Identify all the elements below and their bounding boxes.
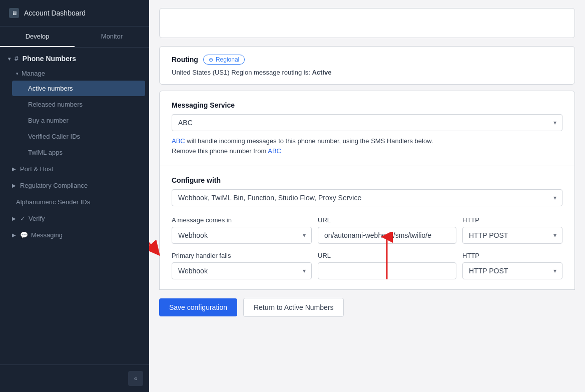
phone-numbers-chevron-down: ▾ — [8, 56, 11, 62]
message-comes-in-col-type: A message comes in Webhook TwiML Functio… — [172, 216, 312, 244]
port-host-chevron: ▶ — [12, 166, 16, 172]
primary-handler-type-select[interactable]: Webhook TwiML Function Studio Flow — [172, 262, 312, 279]
routing-header: Routing ⊕ Regional — [172, 55, 562, 65]
sidebar-item-regulatory[interactable]: ▶ Regulatory Compliance — [4, 178, 145, 193]
messaging-label: Messaging — [31, 231, 63, 239]
return-to-active-numbers-button[interactable]: Return to Active Numbers — [243, 298, 344, 317]
routing-description: United States (US1) Region message routi… — [172, 69, 562, 76]
account-dashboard-link[interactable]: 🖥 Account Dashboard — [0, 0, 149, 27]
primary-handler-type-wrapper: Webhook TwiML Function Studio Flow — [172, 262, 312, 279]
routing-section: Routing ⊕ Regional United States (US1) R… — [159, 46, 575, 85]
sidebar-bottom: « — [0, 364, 149, 392]
messaging-service-label: Messaging Service — [172, 101, 562, 109]
routing-badge-label: Regional — [216, 56, 239, 63]
messaging-service-link-abc2[interactable]: ABC — [268, 147, 281, 155]
sidebar-item-verified-caller-ids[interactable]: Verified Caller IDs — [12, 129, 145, 144]
sidebar-tabs: Develop Monitor — [0, 27, 149, 48]
verify-label: Verify — [29, 215, 45, 222]
sidebar: 🖥 Account Dashboard Develop Monitor ▾ # … — [0, 0, 149, 392]
primary-handler-fails-row: Primary handler fails Webhook TwiML Func… — [172, 252, 562, 279]
primary-handler-fails-group: Primary handler fails Webhook TwiML Func… — [172, 252, 562, 279]
routing-badge[interactable]: ⊕ Regional — [203, 55, 245, 65]
sidebar-item-port-host[interactable]: ▶ Port & Host — [4, 161, 145, 177]
message-comes-in-label: A message comes in — [172, 216, 312, 224]
sidebar-item-alphanumeric[interactable]: Alphanumeric Sender IDs — [4, 194, 145, 210]
primary-handler-http-select[interactable]: HTTP POST HTTP GET — [462, 262, 562, 279]
save-configuration-button[interactable]: Save configuration — [159, 298, 237, 316]
dashboard-icon: 🖥 — [9, 8, 19, 18]
message-comes-in-http-select[interactable]: HTTP POST HTTP GET — [462, 227, 562, 244]
message-comes-in-col-url: URL — [318, 216, 456, 244]
phone-numbers-icon: # — [15, 55, 19, 63]
message-comes-in-http-label: HTTP — [462, 216, 562, 224]
configure-with-section: Configure with Webhook, TwiML Bin, Funct… — [159, 166, 575, 290]
port-host-label: Port & Host — [20, 165, 53, 173]
twiml-apps-label: TwiML apps — [28, 149, 63, 156]
manage-chevron-down: ▾ — [16, 71, 19, 76]
verified-caller-ids-label: Verified Caller IDs — [28, 133, 80, 140]
message-comes-in-col-http: HTTP HTTP POST HTTP GET — [462, 216, 562, 244]
manage-label: Manage — [22, 70, 45, 77]
messaging-service-section: Messaging Service ABC None ABC will hand… — [159, 91, 575, 166]
manage-header[interactable]: ▾ Manage — [8, 67, 149, 80]
released-numbers-label: Released numbers — [28, 101, 83, 108]
primary-handler-label: Primary handler fails — [172, 252, 312, 259]
routing-title: Routing — [172, 56, 198, 64]
messaging-icon: 💬 — [20, 231, 28, 239]
configure-with-select[interactable]: Webhook, TwiML Bin, Function, Studio Flo… — [172, 189, 562, 206]
buy-number-label: Buy a number — [28, 117, 69, 124]
phone-numbers-section[interactable]: ▾ # Phone Numbers — [0, 48, 149, 67]
messaging-service-select[interactable]: ABC None — [172, 114, 562, 131]
verify-chevron: ▶ — [12, 216, 16, 221]
tab-develop[interactable]: Develop — [0, 27, 75, 47]
active-numbers-label: Active numbers — [28, 85, 73, 92]
sidebar-item-released-numbers[interactable]: Released numbers — [12, 97, 145, 112]
alphanumeric-label: Alphanumeric Sender IDs — [16, 198, 90, 206]
messaging-service-info: ABC will handle incoming messages to thi… — [172, 136, 562, 156]
message-comes-in-type-select[interactable]: Webhook TwiML Function Studio Flow — [172, 227, 312, 244]
regulatory-label: Regulatory Compliance — [20, 182, 88, 189]
configure-with-select-wrapper: Webhook, TwiML Bin, Function, Studio Flo… — [172, 189, 562, 206]
top-spacer-card — [159, 8, 575, 38]
sidebar-item-messaging[interactable]: ▶ 💬 Messaging — [4, 227, 145, 243]
primary-handler-http-label: HTTP — [462, 252, 562, 259]
sidebar-item-twiml-apps[interactable]: TwiML apps — [12, 145, 145, 160]
primary-handler-col-http: HTTP HTTP POST HTTP GET — [462, 252, 562, 279]
bottom-actions: Save configuration Return to Active Numb… — [149, 290, 585, 329]
primary-handler-col-type: Primary handler fails Webhook TwiML Func… — [172, 252, 312, 279]
collapse-sidebar-button[interactable]: « — [128, 371, 143, 386]
sidebar-item-active-numbers[interactable]: Active numbers — [12, 81, 145, 96]
primary-handler-http-wrapper: HTTP POST HTTP GET — [462, 262, 562, 279]
messaging-chevron: ▶ — [12, 232, 16, 238]
messaging-service-select-wrapper: ABC None — [172, 114, 562, 131]
regulatory-chevron: ▶ — [12, 183, 16, 188]
sidebar-item-buy-number[interactable]: Buy a number — [12, 113, 145, 128]
message-comes-in-url-label: URL — [318, 216, 456, 224]
verify-icon: ✓ — [20, 215, 26, 222]
routing-status: Active — [312, 69, 331, 76]
message-comes-in-group: A message comes in Webhook TwiML Functio… — [172, 216, 562, 244]
main-content: Routing ⊕ Regional United States (US1) R… — [149, 0, 585, 392]
message-comes-in-row: A message comes in Webhook TwiML Functio… — [172, 216, 562, 244]
configure-with-label: Configure with — [172, 176, 562, 184]
message-comes-in-type-wrapper: Webhook TwiML Function Studio Flow — [172, 227, 312, 244]
message-comes-in-http-wrapper: HTTP POST HTTP GET — [462, 227, 562, 244]
primary-handler-url-input[interactable] — [318, 262, 456, 279]
message-comes-in-url-input[interactable] — [318, 227, 456, 244]
primary-handler-url-label: URL — [318, 252, 456, 259]
phone-numbers-label: Phone Numbers — [23, 55, 76, 63]
tab-monitor[interactable]: Monitor — [75, 27, 149, 47]
primary-handler-col-url: URL — [318, 252, 456, 279]
messaging-service-link-abc1[interactable]: ABC — [172, 137, 185, 145]
account-dashboard-label: Account Dashboard — [24, 9, 86, 17]
manage-subsection: ▾ Manage Active numbers Released numbers… — [0, 67, 149, 161]
regional-icon: ⊕ — [209, 57, 213, 63]
sidebar-item-verify[interactable]: ▶ ✓ Verify — [4, 211, 145, 226]
